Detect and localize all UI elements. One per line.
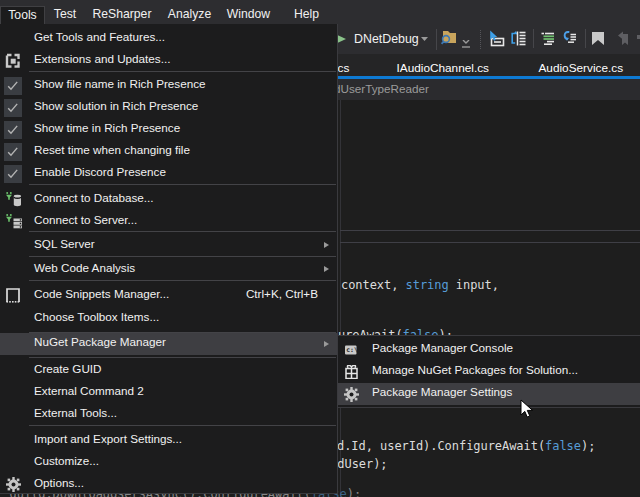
menubar-item-tools[interactable]: Tools [0,6,45,24]
menu-item-label: Reset time when changing file [34,139,190,161]
submenu-item-label: Manage NuGet Packages for Solution... [372,359,578,381]
menu-item-label: Show solution in Rich Presence [34,95,198,117]
menu-item-customize[interactable]: Customize... [0,451,337,473]
submenu-item-label: Package Manager Settings [372,381,512,403]
menu-separator [29,184,336,185]
mouse-cursor [520,399,534,419]
menu-item-label: External Command 2 [34,380,144,402]
menu-item-external-command-2[interactable]: External Command 2 [0,382,337,404]
submenu-item-package-manager-settings[interactable]: Package Manager Settings [338,383,640,405]
menubar-item-analyze[interactable]: Analyze [163,6,216,24]
menu-item-label: Code Snippets Manager... [34,283,169,305]
checkmark-icon [4,99,22,117]
view-code-definition-icon[interactable] [510,30,528,47]
checkmark-icon [4,121,22,139]
menubar-item-help[interactable]: Help [288,6,325,24]
menu-separator [29,425,336,426]
menu-item-web-code-analysis[interactable]: Web Code Analysis [0,259,337,281]
expand-chevron-icon[interactable] [461,40,473,49]
submenu-item-package-manager-console[interactable]: c:\Package Manager Console [338,339,640,361]
menubar-item-label: ReSharper [93,7,152,21]
submenu-arrow-icon [324,266,329,272]
menubar-item-label: Analyze [168,7,211,21]
connect-database-icon [4,191,22,209]
menu-item-label: Show file name in Rich Presence [34,73,206,95]
menubar-item-label: Window [227,7,270,21]
menu-item-sql-server[interactable]: SQL Server [0,235,337,257]
menu-item-enable-discord-presence[interactable]: Enable Discord Presence [0,163,337,185]
submenu-arrow-icon [324,242,329,248]
menu-item-label: Web Code Analysis [34,257,135,279]
previous-bookmark-icon[interactable] [615,31,629,45]
tab-cs[interactable]: cs [338,54,350,76]
menu-item-connect-to-database[interactable]: Connect to Database... [0,189,337,211]
menu-item-show-time-in-rich-presence[interactable]: Show time in Rich Presence [0,119,337,141]
menu-item-label: Options... [34,472,84,494]
menu-separator [29,231,336,232]
extensions-icon [4,52,22,70]
config-dropdown-caret[interactable] [421,37,430,42]
menu-separator [29,71,336,72]
tab-label: AudioService.cs [539,61,624,75]
menu-item-options[interactable]: Options... [0,473,337,495]
menu-item-create-guid[interactable]: Create GUID [0,360,337,382]
menubar-item-label: Tools [8,8,36,22]
menu-item-label: SQL Server [34,233,95,255]
toolbar-separator [585,29,586,48]
menu-item-code-snippets-manager[interactable]: Code Snippets Manager...Ctrl+K, Ctrl+B [0,284,337,306]
tab-label: IAudioChannel.cs [397,61,489,75]
menu-item-extensions-and-updates[interactable]: Extensions and Updates... [0,50,337,72]
checkmark-icon [4,143,22,161]
menubar-item-label: Help [294,7,319,21]
editor-split-line [340,242,640,243]
code-line: context, string input, [341,279,499,291]
menu-item-label: Extensions and Updates... [34,48,170,70]
console-icon: c:\ [342,341,360,359]
menubar-item-test[interactable]: Test [48,6,82,24]
submenu-item-manage-nuget-packages-for-solution[interactable]: Manage NuGet Packages for Solution... [338,361,640,383]
format-document-icon[interactable] [541,32,555,45]
menubar-item-resharper[interactable]: ReSharper [88,6,156,24]
menu-bar: ToolsTestReSharperAnalyzeWindowHelp [0,0,640,24]
menu-item-nuget-package-manager[interactable]: NuGet Package Manager [0,333,337,355]
checkmark-icon [4,165,22,183]
tab-IAudioChannel.cs[interactable]: IAudioChannel.cs [397,54,489,76]
menu-item-label: Show time in Rich Presence [34,117,180,139]
menu-item-get-tools-and-features[interactable]: Get Tools and Features... [0,28,337,50]
menubar-item-window[interactable]: Window [221,6,276,24]
code-line: d.Id, userId).ConfigureAwait(false); [337,440,595,452]
undo-format-icon[interactable] [563,31,578,45]
menu-item-connect-to-server[interactable]: Connect to Server... [0,211,337,233]
tab-label: cs [338,61,350,75]
checkmark-icon [4,77,22,95]
find-in-files-icon[interactable] [440,29,457,45]
connect-server-icon [4,213,22,231]
menu-item-label: External Tools... [34,402,117,424]
editor-margin-line [340,100,341,497]
nuget-submenu: c:\Package Manager ConsoleManage NuGet P… [337,335,640,408]
menu-item-label: Connect to Server... [34,209,137,231]
menu-item-label: Choose Toolbox Items... [34,306,159,328]
highlight-references-icon[interactable] [489,30,505,47]
tab-AudioService.cs[interactable]: AudioService.cs [539,54,624,76]
tools-menu: Get Tools and Features...Extensions and … [0,24,338,494]
submenu-arrow-icon [324,341,329,347]
menu-item-reset-time-when-changing-file[interactable]: Reset time when changing file [0,141,337,163]
run-config-label[interactable]: DNetDebug [354,25,419,53]
menu-item-choose-toolbox-items[interactable]: Choose Toolbox Items... [0,308,337,330]
menu-separator [29,280,336,281]
menubar-item-label: Test [54,7,76,21]
gear-icon [342,385,360,403]
breadcrumb-text: dUserTypeReader [334,78,429,99]
menu-item-import-and-export-settings[interactable]: Import and Export Settings... [0,429,337,451]
menu-item-label: Import and Export Settings... [34,428,182,450]
bookmark-icon[interactable] [592,32,605,46]
menu-item-external-tools[interactable]: External Tools... [0,404,337,426]
code-line: dUser); [337,458,387,470]
menu-item-show-solution-in-rich-presence[interactable]: Show solution in Rich Presence [0,97,337,119]
submenu-item-label: Package Manager Console [372,337,513,359]
menu-item-shortcut: Ctrl+K, Ctrl+B [246,283,318,305]
toolbar-separator [533,29,534,48]
menu-item-show-file-name-in-rich-presence[interactable]: Show file name in Rich Presence [0,75,337,97]
nuget-manage-icon [342,363,360,381]
